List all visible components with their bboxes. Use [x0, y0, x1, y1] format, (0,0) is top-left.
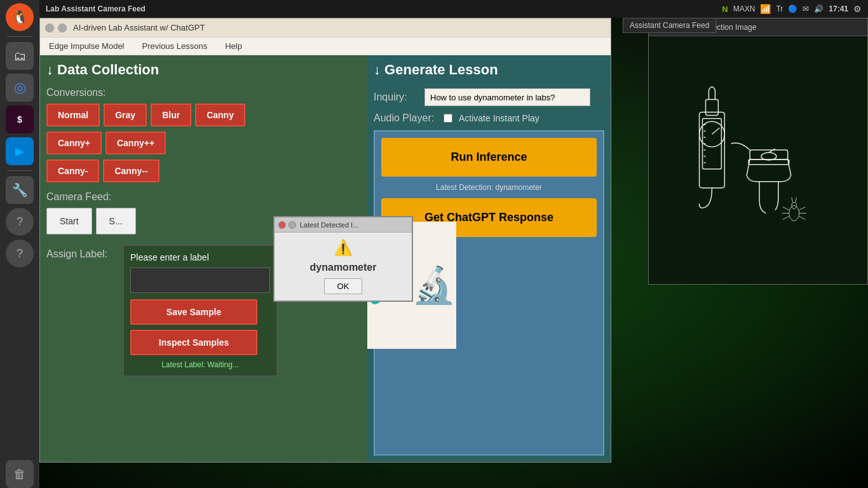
btn-canny-minus-minus[interactable]: Canny--: [103, 159, 159, 182]
conversion-btn-row-1: Normal Gray Blur Canny: [46, 104, 361, 126]
btn-canny-minus[interactable]: Canny-: [46, 159, 99, 182]
dialog-message: dynamometer: [310, 262, 377, 273]
taskbar-files-icon[interactable]: 🗂: [6, 42, 34, 70]
menu-bar: Edge Impulse Model Previous Lessons Help: [40, 37, 611, 55]
dialog-title: Latest Detected I...: [300, 221, 358, 229]
latest-detection-text: Latest Detection: dynamometer: [381, 183, 597, 192]
wifi-icon: 📶: [760, 4, 771, 14]
btn-gray[interactable]: Gray: [104, 104, 147, 126]
system-settings-icon[interactable]: ⚙: [853, 4, 862, 14]
start-camera-btn[interactable]: Start: [46, 208, 92, 234]
warning-icon: ⚠️: [334, 239, 353, 257]
btn-canny-plus[interactable]: Canny+: [46, 132, 102, 154]
bluetooth-icon: 🔵: [788, 4, 797, 13]
taskbar-vscode-icon[interactable]: ▶: [6, 137, 34, 165]
model-detection-window: Model Detection Image: [648, 18, 868, 285]
label-input[interactable]: [130, 268, 270, 293]
btn-normal[interactable]: Normal: [46, 104, 100, 126]
audio-player-label: Audio Player:: [374, 112, 437, 124]
data-collection-title: ↓ Data Collection: [46, 62, 159, 78]
detection-dialog: Latest Detected I... ⚠️ dynamometer OK: [273, 216, 413, 302]
taskbar-help2-icon[interactable]: ?: [6, 240, 34, 268]
taskbar-ubuntu-icon[interactable]: 🐧: [6, 3, 34, 31]
inquiry-label: Inquiry:: [374, 92, 418, 103]
dialog-content: ⚠️ dynamometer OK: [275, 233, 412, 301]
data-collection-header: ↓ Data Collection: [46, 62, 361, 82]
maxn-label: MAXN: [733, 4, 756, 13]
menu-help[interactable]: Help: [221, 40, 246, 52]
btn-blur[interactable]: Blur: [151, 104, 191, 126]
conversion-btn-row-2: Canny+ Canny++: [46, 132, 361, 154]
main-window-title: AI-driven Lab Assistant w/ ChatGPT: [73, 23, 205, 32]
taskbar-left: 🐧 🗂 ◎ $ ▶ 🔧 ? ? 🗑: [0, 0, 39, 488]
stop-camera-btn[interactable]: S...: [96, 208, 136, 234]
mail-icon: ✉: [803, 4, 809, 13]
taskbar-settings-icon[interactable]: 🔧: [6, 176, 34, 204]
model-window-content: [649, 36, 867, 284]
enter-label-prompt: Please enter a label: [130, 252, 270, 262]
taskbar-terminal-icon[interactable]: $: [6, 105, 34, 133]
instant-play-label: Activate Instant Play: [459, 113, 539, 123]
taskbar-trash-icon[interactable]: 🗑: [6, 460, 34, 488]
assign-label-text: Assign Label:: [46, 248, 116, 260]
main-window-minimize-btn[interactable]: [45, 24, 54, 32]
generate-lesson-title: ↓ Generate Lesson: [374, 62, 498, 78]
taskbar-top-right: N MAXN 📶 Tr 🔵 ✉ 🔊 17:41 ⚙: [722, 4, 862, 14]
nvidia-icon: N: [722, 4, 728, 14]
time-label: 17:41: [829, 4, 848, 13]
dialog-minimize-btn[interactable]: [288, 221, 296, 229]
taskbar-top: Lab Assistant Camera Feed N MAXN 📶 Tr 🔵 …: [39, 0, 868, 18]
assign-panel: Please enter a label Save Sample Inspect…: [123, 245, 278, 377]
taskbar-divider-1: [7, 36, 32, 37]
inspect-samples-btn[interactable]: Inspect Samples: [130, 330, 257, 355]
run-inference-btn[interactable]: Run Inference: [381, 138, 597, 177]
inquiry-enter-icon: ⏎: [597, 92, 604, 102]
taskbar-help1-icon[interactable]: ?: [6, 208, 34, 236]
btn-canny[interactable]: Canny: [195, 104, 245, 126]
dialog-ok-btn[interactable]: OK: [324, 278, 363, 294]
audio-player-row: Audio Player: Activate Instant Play: [374, 112, 604, 124]
svg-rect-0: [649, 36, 867, 284]
tr-label: Tr: [776, 4, 783, 13]
inquiry-input[interactable]: [424, 88, 590, 106]
window-taskbar-title: Lab Assistant Camera Feed: [46, 4, 146, 13]
menu-edge-impulse[interactable]: Edge Impulse Model: [45, 40, 128, 52]
inquiry-row: Inquiry: ⏎: [374, 88, 604, 106]
save-sample-btn[interactable]: Save Sample: [130, 299, 257, 325]
generate-lesson-header: ↓ Generate Lesson: [374, 62, 604, 82]
main-window-maximize-btn[interactable]: [58, 24, 67, 32]
volume-icon: 🔊: [814, 4, 824, 13]
menu-previous-lessons[interactable]: Previous Lessons: [139, 40, 212, 52]
desktop: Lab Assistant Camera Feed N MAXN 📶 Tr 🔵 …: [0, 0, 868, 488]
detection-image-svg: [649, 36, 867, 284]
camera-feed-label: Camera Feed:: [46, 191, 361, 203]
conversions-label: Conversions:: [46, 87, 361, 98]
taskbar-chrome-icon[interactable]: ◎: [6, 74, 34, 102]
taskbar-divider-2: [7, 170, 32, 171]
main-window-titlebar: AI-driven Lab Assistant w/ ChatGPT: [40, 18, 611, 37]
conversion-btn-row-3: Canny- Canny--: [46, 159, 361, 182]
dialog-close-btn[interactable]: [278, 221, 286, 229]
instant-play-checkbox[interactable]: [444, 114, 452, 123]
latest-label-status: Latest Label: Waiting...: [130, 360, 270, 369]
dialog-titlebar: Latest Detected I...: [275, 217, 412, 233]
btn-canny-plus-plus[interactable]: Canny++: [105, 132, 166, 154]
second-window-taskbar: Assistant Camera Feed: [623, 18, 716, 33]
